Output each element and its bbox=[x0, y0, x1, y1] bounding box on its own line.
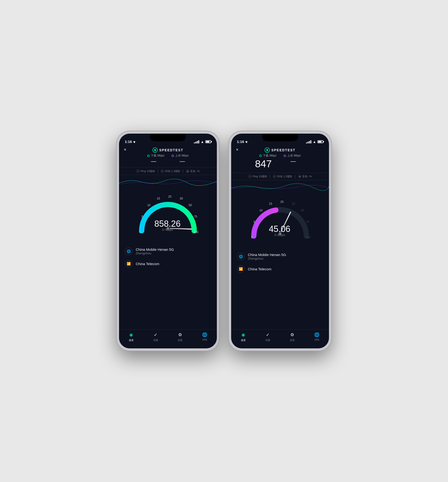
speedometer-container-right: 0 5 10 15 20 30 50 75 100 bbox=[231, 192, 329, 246]
wifi-text-left: China Telecom bbox=[136, 262, 159, 266]
notch-left bbox=[150, 134, 186, 141]
settings-nav-icon-left: ⚙ bbox=[177, 332, 183, 338]
phone-frame-left: 1:16 ▲ bbox=[117, 131, 219, 351]
speed-values-right: 847 — bbox=[236, 158, 324, 170]
globe-icon-right: 🌐 bbox=[237, 253, 245, 260]
results-nav-icon-left: ✓ bbox=[153, 332, 159, 338]
svg-text:50: 50 bbox=[189, 203, 192, 207]
ping-icon-right: ⊙ bbox=[248, 175, 252, 178]
speedometer-svg-left: 0 5 10 15 20 30 50 75 100 8 bbox=[132, 189, 204, 239]
isp-item-left: 🌐 China Mobile Henan 5G Zhengzhou bbox=[125, 245, 211, 257]
packetloss-stat-left: ◉ 丢包 -% bbox=[184, 169, 202, 173]
app-title-left: SPEEDTEST bbox=[124, 147, 212, 153]
wave-svg-right bbox=[231, 182, 329, 192]
svg-text:5: 5 bbox=[254, 220, 255, 224]
screen-left: 1:16 ▲ bbox=[119, 134, 217, 348]
wifi-text-right: China Telecom bbox=[248, 267, 272, 271]
app-title-right: SPEEDTEST bbox=[236, 147, 324, 153]
upload-label-right: 上传 Mbps bbox=[284, 154, 301, 158]
wave-svg-left bbox=[119, 176, 217, 187]
speedometer-svg-right: 0 5 10 15 20 30 50 75 100 bbox=[244, 194, 316, 244]
speedtest-logo-right bbox=[264, 147, 270, 153]
speed-nav-icon-left: ◉ bbox=[128, 332, 134, 338]
wifi-name-right: China Telecom bbox=[248, 267, 272, 271]
status-icons-right: ▲ bbox=[306, 140, 323, 144]
wave-area-left bbox=[119, 176, 217, 187]
close-button-right[interactable]: × bbox=[236, 147, 239, 152]
svg-text:100: 100 bbox=[194, 231, 199, 234]
nav-vpn-left[interactable]: 🌐 VPN bbox=[192, 332, 217, 341]
vpn-nav-icon-left: 🌐 bbox=[202, 332, 208, 338]
jitter-stat-left: ◎ 抖动 1.2毫秒 bbox=[158, 169, 183, 173]
speed-nav-icon-right: ◉ bbox=[240, 332, 246, 338]
stats-row-right: ⊙ Ping 19毫秒 | ◎ 抖动 1.2毫秒 | ◉ 丢包 -% bbox=[231, 173, 329, 180]
isp-city-left: Zhengzhou bbox=[136, 251, 174, 255]
upload-value-display-left: — bbox=[175, 158, 189, 164]
screen-right: 1:16 ▲ bbox=[231, 134, 329, 348]
svg-text:⊙ Mbps: ⊙ Mbps bbox=[162, 228, 173, 232]
jitter-stat-right: ◎ 抖动 1.2毫秒 bbox=[271, 175, 295, 178]
ping-stat-right: ⊙ Ping 19毫秒 bbox=[246, 175, 269, 178]
wifi-name-left: China Telecom bbox=[136, 262, 159, 266]
nav-settings-left[interactable]: ⚙ 设置 bbox=[168, 332, 192, 342]
isp-name-right: China Mobile Henan 5G bbox=[248, 253, 286, 257]
wifi-icon-left: ▲ bbox=[201, 140, 204, 144]
app-header-left: × SPEEDTEST 下载 Mbps bbox=[119, 145, 217, 166]
svg-text:5: 5 bbox=[142, 215, 143, 218]
battery-icon-right bbox=[318, 140, 323, 143]
wifi-item-left: 📶 China Telecom bbox=[125, 257, 211, 270]
speedtest-title-right: SPEEDTEST bbox=[271, 148, 295, 152]
wifi-item-right: 📶 China Telecom bbox=[237, 263, 323, 275]
nav-vpn-right[interactable]: 🌐 VPN bbox=[305, 332, 329, 341]
download-value-display-left: — bbox=[146, 158, 161, 164]
download-value-display-right: 847 bbox=[255, 158, 272, 170]
location-icon-left bbox=[133, 140, 136, 143]
nav-results-right[interactable]: ✓ 结果 bbox=[256, 332, 280, 342]
nav-speed-left[interactable]: ◉ 速度 bbox=[119, 332, 144, 342]
upload-label-left: 上传 Mbps bbox=[172, 154, 189, 158]
packetloss-icon-left: ◉ bbox=[186, 169, 189, 173]
app-content-left: × SPEEDTEST 下载 Mbps bbox=[119, 145, 217, 348]
phone-left: 1:16 ▲ bbox=[117, 131, 219, 351]
svg-text:10: 10 bbox=[259, 209, 263, 212]
svg-text:100: 100 bbox=[306, 236, 311, 239]
packetloss-stat-right: ◉ 丢包 -% bbox=[296, 175, 314, 178]
isp-text-left: China Mobile Henan 5G Zhengzhou bbox=[136, 248, 174, 255]
nav-settings-right[interactable]: ⚙ 设置 bbox=[280, 332, 305, 342]
app-header-right: × SPEEDTEST 下载 Mbps bbox=[231, 145, 329, 172]
nav-speed-right[interactable]: ◉ 速度 bbox=[231, 332, 256, 342]
signal-icon-right bbox=[306, 140, 311, 143]
svg-text:0: 0 bbox=[251, 236, 253, 239]
stats-row-left: ⊙ Ping 19毫秒 | ◎ 抖动 1.2毫秒 | ◉ 丢包 -% bbox=[119, 167, 217, 175]
close-button-left[interactable]: × bbox=[124, 147, 127, 152]
status-icons-left: ▲ bbox=[194, 140, 211, 144]
ping-icon-left: ⊙ bbox=[136, 169, 140, 173]
svg-text:50: 50 bbox=[301, 209, 304, 212]
svg-text:20: 20 bbox=[168, 195, 172, 198]
packetloss-icon-right: ◉ bbox=[298, 175, 301, 178]
signal-icon-left bbox=[194, 140, 199, 143]
jitter-icon-left: ◎ bbox=[161, 169, 164, 173]
svg-text:20: 20 bbox=[280, 200, 284, 203]
svg-text:858.26: 858.26 bbox=[154, 219, 181, 229]
svg-text:15: 15 bbox=[269, 202, 272, 205]
svg-text:75: 75 bbox=[306, 220, 309, 224]
nav-results-left[interactable]: ✓ 结果 bbox=[144, 332, 168, 342]
svg-text:10: 10 bbox=[147, 203, 151, 207]
battery-icon-left bbox=[205, 140, 211, 143]
speedtest-title-left: SPEEDTEST bbox=[159, 148, 183, 152]
speed-values-left: — — bbox=[124, 158, 212, 164]
download-dot-right bbox=[259, 155, 262, 157]
download-label-left: 下载 Mbps bbox=[147, 154, 164, 158]
upload-value-display-right: — bbox=[286, 158, 300, 170]
globe-icon-left: 🌐 bbox=[125, 248, 132, 255]
phone-right: 1:16 ▲ bbox=[229, 131, 331, 351]
svg-text:75: 75 bbox=[194, 215, 197, 218]
svg-text:⊙ Mbps: ⊙ Mbps bbox=[274, 233, 285, 237]
wifi-icon-right: ▲ bbox=[313, 140, 316, 144]
speedometer-container-left: 0 5 10 15 20 30 50 75 100 8 bbox=[119, 187, 217, 240]
download-label-right: 下载 Mbps bbox=[259, 154, 276, 158]
app-content-right: × SPEEDTEST 下载 Mbps bbox=[231, 145, 329, 348]
ping-stat-left: ⊙ Ping 19毫秒 bbox=[134, 169, 157, 173]
download-dot-left bbox=[147, 155, 150, 157]
